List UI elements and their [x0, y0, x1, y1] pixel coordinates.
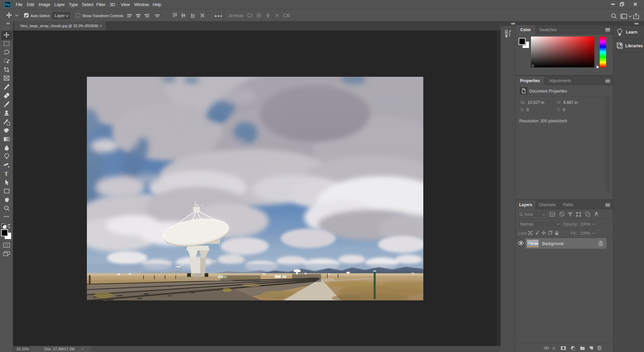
svg-text:T: T: [4, 171, 8, 177]
svg-text:fx: fx: [552, 346, 555, 350]
